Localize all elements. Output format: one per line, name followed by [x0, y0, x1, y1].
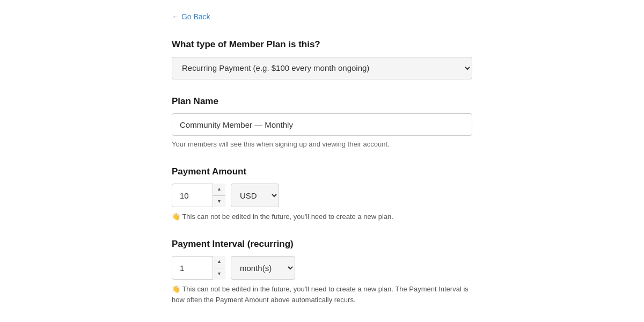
interval-decrement-button[interactable]: ▼ [213, 268, 225, 280]
currency-select[interactable]: USD EUR GBP [231, 184, 279, 207]
plan-type-section: What type of Member Plan is this? Recurr… [172, 38, 472, 79]
plan-type-select[interactable]: Recurring Payment (e.g. $100 every month… [172, 57, 472, 79]
payment-amount-controls: ▲ ▼ USD EUR GBP [172, 184, 472, 207]
amount-spinner: ▲ ▼ [213, 184, 225, 207]
interval-unit-select[interactable]: day(s) week(s) month(s) year(s) [231, 256, 295, 280]
amount-decrement-button[interactable]: ▼ [213, 196, 225, 208]
interval-spinner: ▲ ▼ [213, 256, 225, 280]
payment-interval-warning-icon: 👋 [172, 285, 180, 293]
amount-increment-button[interactable]: ▲ [213, 184, 225, 196]
plan-name-hint: Your members will see this when signing … [172, 139, 472, 150]
interval-input-wrap: ▲ ▼ [172, 256, 225, 280]
amount-input-wrap: ▲ ▼ [172, 184, 225, 207]
payment-amount-section: Payment Amount ▲ ▼ USD EUR GBP 👋 This ca… [172, 165, 472, 222]
payment-amount-warning-icon: 👋 [172, 213, 180, 221]
payment-interval-warning-text: This can not be edited in the future, yo… [172, 285, 469, 304]
payment-amount-label: Payment Amount [172, 165, 472, 179]
page-container: ← Go Back What type of Member Plan is th… [156, 0, 488, 322]
go-back-link[interactable]: ← Go Back [172, 11, 210, 23]
payment-amount-warning-text: This can not be edited in the future, yo… [182, 213, 393, 221]
plan-type-label: What type of Member Plan is this? [172, 38, 472, 52]
plan-name-section: Plan Name Your members will see this whe… [172, 94, 472, 150]
plan-name-input[interactable] [172, 113, 472, 136]
plan-name-label: Plan Name [172, 94, 472, 108]
payment-interval-section: Payment Interval (recurring) ▲ ▼ day(s) … [172, 237, 472, 305]
payment-interval-warning: 👋 This can not be edited in the future, … [172, 284, 472, 305]
payment-interval-label: Payment Interval (recurring) [172, 237, 472, 251]
payment-amount-warning: 👋 This can not be edited in the future, … [172, 211, 472, 222]
payment-interval-controls: ▲ ▼ day(s) week(s) month(s) year(s) [172, 256, 472, 280]
interval-increment-button[interactable]: ▲ [213, 256, 225, 268]
